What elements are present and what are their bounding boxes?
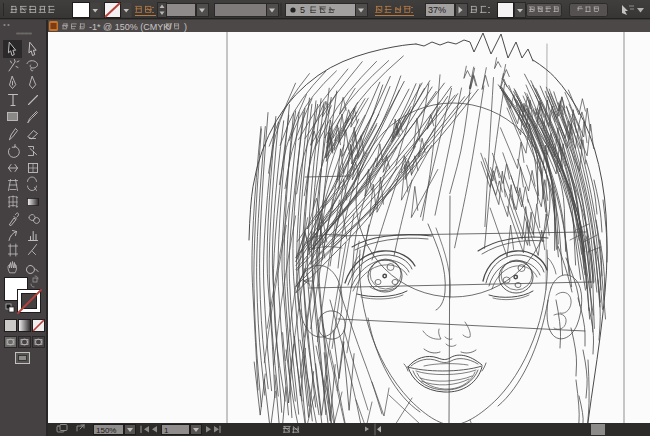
svg-text:-1* @ 150% (CMYK/: -1* @ 150% (CMYK/ (89, 22, 172, 32)
svg-text:37%: 37% (428, 5, 446, 15)
svg-text:150%: 150% (96, 426, 116, 435)
svg-text:1: 1 (164, 426, 169, 435)
svg-text:): ) (184, 22, 187, 32)
svg-text:5: 5 (300, 5, 305, 15)
